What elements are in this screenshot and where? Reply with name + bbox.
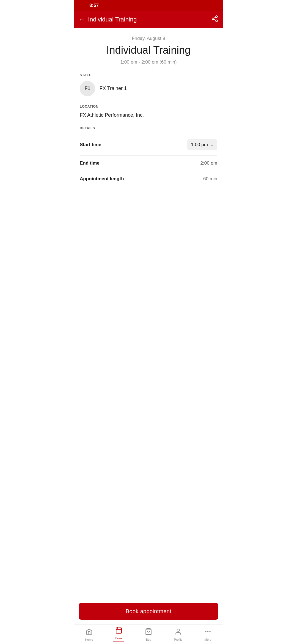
- chevron-down-icon: ⌄: [210, 143, 213, 147]
- start-time-row: Start time 1:00 pm ⌄: [80, 134, 217, 155]
- start-time-label: Start time: [80, 142, 101, 148]
- back-icon[interactable]: ←: [79, 16, 85, 23]
- app-header: ← Individual Training: [74, 11, 223, 28]
- status-bar: 8:57: [74, 0, 223, 11]
- event-title: Individual Training: [80, 44, 217, 57]
- status-time: 8:57: [89, 3, 99, 8]
- appointment-length-label: Appointment length: [80, 176, 124, 182]
- start-time-value: 1:00 pm: [191, 142, 208, 148]
- share-icon[interactable]: [211, 15, 218, 24]
- end-time-row: End time 2:00 pm: [80, 155, 217, 171]
- staff-row: F1 FX Trainer 1: [80, 81, 217, 96]
- main-content: Friday, August 9 Individual Training 1:0…: [74, 28, 223, 236]
- svg-line-3: [214, 19, 216, 20]
- staff-name: FX Trainer 1: [100, 86, 127, 91]
- staff-avatar: F1: [80, 81, 95, 96]
- start-time-dropdown[interactable]: 1:00 pm ⌄: [187, 139, 217, 150]
- appointment-length-value: 60 min: [203, 176, 217, 182]
- end-time-label: End time: [80, 160, 100, 166]
- end-time-value: 2:00 pm: [200, 160, 217, 166]
- header-left: ← Individual Training: [79, 16, 137, 23]
- header-title: Individual Training: [88, 16, 137, 23]
- svg-line-4: [214, 17, 216, 18]
- details-section-label: DETAILS: [80, 126, 217, 130]
- staff-section-label: STAFF: [80, 73, 217, 77]
- event-time: 1:00 pm - 2:00 pm (60 min): [80, 59, 217, 65]
- location-section-label: LOCATION: [80, 105, 217, 108]
- appointment-length-row: Appointment length 60 min: [80, 171, 217, 187]
- location-value: FX Athletic Performance, Inc.: [80, 112, 217, 118]
- event-date: Friday, August 9: [80, 36, 217, 41]
